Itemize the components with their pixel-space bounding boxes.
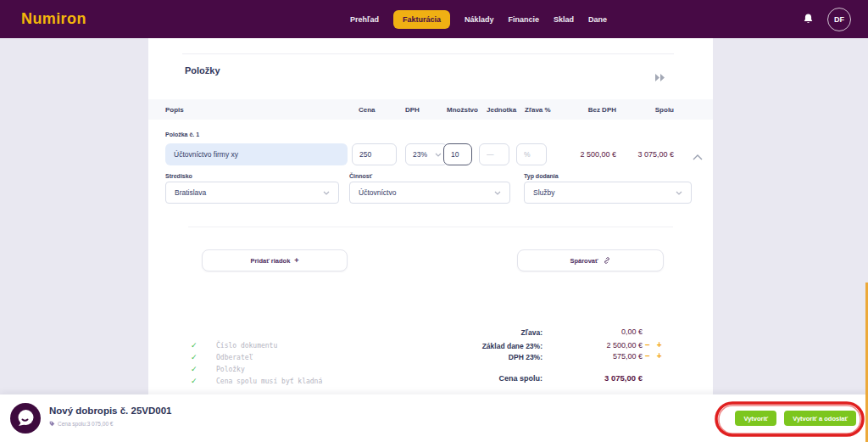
vat-total-value: 575,00 € [558, 352, 643, 361]
plus-icon: + [294, 256, 298, 265]
col-spolu: Spolu [655, 106, 674, 114]
add-row-label: Pridať riadok [250, 257, 290, 265]
top-right-group: DF [802, 0, 851, 38]
discount-total-value: 0,00 € [558, 327, 643, 336]
grand-total-value: 3 075,00 € [558, 373, 643, 383]
create-and-send-button[interactable]: Vytvoriť a odoslať [784, 411, 856, 426]
add-row-button[interactable]: Pridať riadok + [202, 249, 348, 271]
fast-forward-icon[interactable] [654, 70, 666, 86]
validation-item: Cena spolu musí byť kladná [216, 378, 322, 385]
col-zlava: Zľava % [525, 106, 551, 114]
cinnost-value: Účtovníctvo [359, 188, 396, 197]
check-icon: ✓ [191, 353, 198, 361]
vat-select[interactable]: 23% [405, 143, 448, 165]
col-cena: Cena [359, 106, 376, 114]
avatar[interactable]: DF [827, 8, 851, 31]
nav-fakturacia[interactable]: Fakturácia [393, 10, 450, 29]
subtitle-text: Cena spolu:3 075,00 € [58, 421, 113, 427]
check-icon: ✓ [191, 341, 198, 350]
typ-dodania-label: Typ dodania [524, 173, 559, 179]
unit-input[interactable] [479, 143, 509, 165]
pair-label: Spárovať [570, 257, 598, 265]
pair-button[interactable]: Spárovať [517, 249, 664, 271]
bell-icon[interactable] [802, 13, 815, 25]
chevron-down-icon [494, 191, 501, 195]
typ-dodania-select[interactable]: Služby [524, 182, 692, 204]
chevron-down-icon [435, 153, 442, 157]
validation-item: Položky [216, 366, 245, 373]
nav-sklad[interactable]: Sklad [554, 15, 574, 24]
stredisko-value: Bratislava [175, 188, 206, 197]
nav-naklady[interactable]: Náklady [465, 15, 494, 24]
discount-total-label: Zľava: [415, 328, 542, 337]
check-icon: ✓ [191, 377, 198, 385]
create-button[interactable]: Vytvoriť [735, 411, 776, 426]
chevron-down-icon [323, 191, 330, 195]
nav-prehlad[interactable]: Prehľad [350, 15, 379, 24]
quantity-input[interactable] [443, 143, 472, 165]
nav-financie[interactable]: Financie [509, 15, 540, 24]
increase-icon[interactable]: + [657, 340, 662, 350]
row-total-value: 3 075,00 € [606, 143, 674, 165]
description-input[interactable] [165, 143, 348, 165]
increase-icon[interactable]: + [657, 351, 662, 361]
decrease-icon[interactable]: − [645, 351, 650, 361]
nav-dane[interactable]: Dane [588, 15, 607, 24]
grand-total-label: Cena spolu: [415, 374, 542, 383]
typ-dodania-value: Služby [533, 188, 555, 197]
top-divider [182, 53, 674, 54]
brand-logo[interactable]: Numiron [21, 10, 86, 28]
validation-item: Odberateľ [216, 354, 253, 361]
numiron-bubble-icon [10, 403, 41, 434]
document-title: Nový dobropis č. 25VD001 [49, 406, 171, 416]
price-input[interactable] [352, 143, 397, 165]
footer-bar: Nový dobropis č. 25VD001 Cena spolu:3 07… [0, 394, 868, 442]
tax-base-label: Základ dane 23%: [415, 342, 542, 350]
validation-item: Číslo dokumentu [216, 342, 277, 350]
main-nav: Prehľad Fakturácia Náklady Financie Skla… [350, 0, 607, 38]
col-bez-dph: Bez DPH [588, 106, 616, 114]
vat-total-label: DPH 23%: [415, 353, 542, 361]
mid-divider [188, 227, 673, 227]
collapse-row-icon[interactable] [693, 148, 703, 164]
cinnost-label: Činnosť [349, 173, 372, 179]
link-icon [603, 256, 611, 265]
tax-base-value: 2 500,00 € [558, 341, 643, 350]
stredisko-select[interactable]: Bratislava [165, 182, 339, 204]
vat-select-value: 23% [413, 150, 427, 159]
table-header: Popis Cena DPH Množstvo Jednotka Zľava %… [148, 99, 713, 120]
col-dph: DPH [405, 106, 420, 114]
discount-input[interactable] [516, 143, 547, 165]
col-mnozstvo: Množstvo [447, 106, 478, 114]
items-section-title: Položky [185, 65, 220, 76]
cinnost-select[interactable]: Účtovníctvo [349, 182, 510, 204]
item-row-label: Položka č. 1 [165, 131, 199, 137]
check-icon: ✓ [191, 365, 198, 373]
invoice-card: Položky Popis Cena DPH Množstvo Jednotka… [148, 38, 713, 394]
document-subtitle: Cena spolu:3 075,00 € [49, 421, 113, 427]
col-jednotka: Jednotka [487, 106, 516, 114]
tag-icon [49, 421, 55, 427]
chevron-down-icon [676, 191, 682, 195]
top-bar: Numiron Prehľad Fakturácia Náklady Finan… [0, 0, 868, 38]
col-popis: Popis [165, 106, 184, 114]
stredisko-label: Stredisko [165, 173, 192, 179]
decrease-icon[interactable]: − [645, 340, 650, 350]
